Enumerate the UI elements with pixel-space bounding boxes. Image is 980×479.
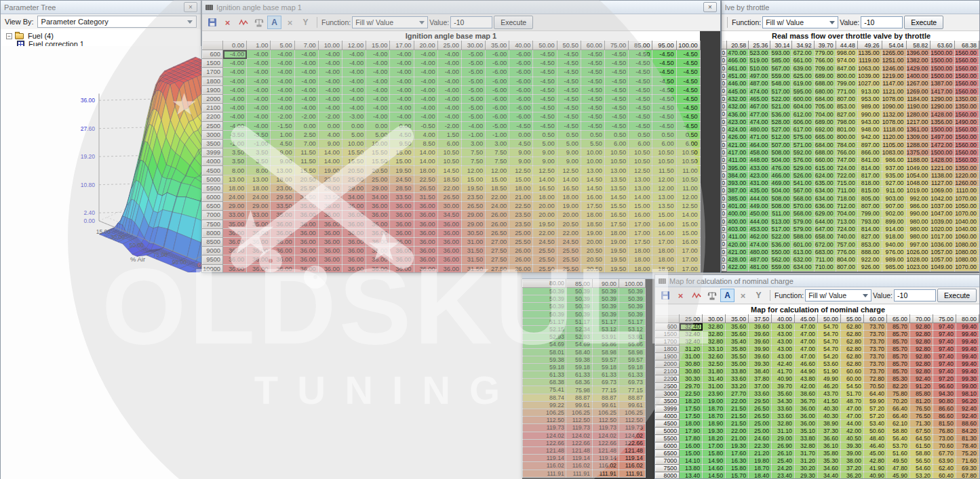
table-cell[interactable]: 29.50 bbox=[749, 398, 772, 405]
table-cell[interactable]: 30.80 bbox=[680, 360, 703, 368]
table-cell[interactable]: 97.40 bbox=[933, 331, 956, 338]
row-header[interactable]: 6000 bbox=[722, 164, 727, 171]
table-cell[interactable]: 615.00 bbox=[814, 164, 836, 171]
row-header[interactable]: 2500 bbox=[203, 121, 223, 130]
row-header[interactable]: 2100 bbox=[203, 104, 223, 112]
table-cell[interactable]: -4.50 bbox=[581, 121, 604, 130]
table-cell[interactable]: 10.50 bbox=[629, 157, 652, 166]
table-cell[interactable]: -4.50 bbox=[557, 50, 581, 59]
table-cell[interactable]: -4.00 bbox=[294, 94, 318, 103]
table-cell[interactable]: 9.00 bbox=[557, 148, 581, 157]
table-cell[interactable]: -4.00 bbox=[390, 94, 414, 103]
table-cell[interactable]: -4.00 bbox=[437, 85, 461, 94]
table-cell[interactable]: -4.50 bbox=[676, 50, 700, 59]
table-cell[interactable]: 59.18 bbox=[619, 363, 646, 371]
table-cell[interactable]: 99.22 bbox=[523, 401, 566, 409]
table-cell[interactable]: 17.60 bbox=[726, 450, 749, 457]
table-cell[interactable]: 1246.00 bbox=[882, 64, 906, 72]
table-cell[interactable]: 15.00 bbox=[390, 148, 414, 157]
table-cell[interactable]: 918.00 bbox=[882, 233, 906, 241]
table-cell[interactable]: 25.00 bbox=[749, 428, 772, 435]
table-cell[interactable]: -2.00 bbox=[437, 121, 461, 130]
table-cell[interactable]: 818.00 bbox=[857, 180, 882, 187]
table-cell[interactable]: 81.20 bbox=[909, 398, 933, 405]
table-cell[interactable]: 18.00 bbox=[680, 420, 703, 428]
table-cell[interactable]: 36.00 bbox=[342, 264, 366, 272]
row-header[interactable]: 2000 bbox=[722, 87, 727, 95]
table-cell[interactable]: 18.00 bbox=[629, 247, 652, 255]
table-cell[interactable]: -4.00 bbox=[271, 50, 294, 59]
table-cell[interactable]: 705.00 bbox=[814, 103, 836, 110]
table-cell[interactable]: 99.61 bbox=[593, 401, 619, 409]
table-cell[interactable]: 474.00 bbox=[749, 87, 770, 95]
table-cell[interactable]: 62.80 bbox=[840, 353, 863, 360]
table-cell[interactable]: 25.50 bbox=[557, 247, 581, 255]
table-cell[interactable]: -6.00 bbox=[486, 59, 509, 68]
table-cell[interactable]: 704.00 bbox=[836, 210, 857, 217]
table-cell[interactable]: 39.60 bbox=[749, 323, 772, 331]
table-cell[interactable]: 1049.00 bbox=[906, 164, 930, 171]
table-cell[interactable]: 1120.00 bbox=[882, 133, 906, 141]
table-cell[interactable]: 6.00 bbox=[605, 139, 629, 148]
table-cell[interactable]: 58.80 bbox=[909, 450, 933, 457]
table-cell[interactable]: 990.00 bbox=[906, 210, 930, 217]
table-cell[interactable]: 39.30 bbox=[840, 442, 863, 450]
table-cell[interactable]: 36.00 bbox=[271, 247, 294, 255]
table-cell[interactable]: 798.00 bbox=[836, 118, 857, 125]
row-header[interactable]: 10000 bbox=[722, 225, 727, 232]
table-cell[interactable]: 18.90 bbox=[703, 420, 726, 428]
table-cell[interactable]: 35.60 bbox=[726, 323, 749, 331]
table-cell[interactable]: 14.00 bbox=[533, 175, 557, 184]
table-cell[interactable]: 31.80 bbox=[703, 368, 726, 375]
table-cell[interactable]: 20.50 bbox=[557, 220, 581, 228]
table-cell[interactable]: 1147.00 bbox=[882, 80, 906, 87]
table-cell[interactable]: 1050.00 bbox=[955, 202, 979, 209]
table-cell[interactable]: 15.50 bbox=[342, 157, 366, 166]
table-cell[interactable]: 0.00 bbox=[318, 121, 342, 130]
table-cell[interactable]: 85.70 bbox=[886, 331, 909, 338]
col-header[interactable]: 44.48 bbox=[836, 41, 857, 49]
table-cell[interactable]: 853.00 bbox=[857, 241, 882, 248]
table-cell[interactable]: 13.00 bbox=[271, 166, 294, 175]
table-cell[interactable]: 30.80 bbox=[680, 368, 703, 375]
table-cell[interactable]: 5.00 bbox=[342, 130, 366, 139]
table-cell[interactable]: 69.73 bbox=[619, 379, 646, 386]
table-cell[interactable]: 52.15 bbox=[523, 325, 566, 333]
table-cell[interactable]: 36.00 bbox=[795, 405, 818, 413]
table-cell[interactable]: 30.50 bbox=[461, 228, 485, 237]
table-cell[interactable]: 724.00 bbox=[836, 225, 857, 232]
table-cell[interactable]: 75.41 bbox=[523, 386, 566, 394]
table-cell[interactable]: 32.40 bbox=[680, 338, 703, 346]
table-cell[interactable]: 21.20 bbox=[749, 450, 772, 457]
table-cell[interactable]: 1219.00 bbox=[882, 72, 906, 79]
table-cell[interactable]: 43.80 bbox=[795, 375, 818, 383]
table-cell[interactable]: 634.00 bbox=[814, 194, 836, 202]
table-cell[interactable]: 92.80 bbox=[909, 323, 933, 331]
table-cell[interactable]: 0.00 bbox=[509, 130, 533, 139]
row-header[interactable]: 7000 bbox=[656, 457, 680, 465]
table-cell[interactable]: 36.00 bbox=[318, 247, 342, 255]
table-cell[interactable]: 62.80 bbox=[840, 346, 863, 353]
table-cell[interactable]: 595.00 bbox=[792, 87, 814, 95]
row-header[interactable]: 3500 bbox=[203, 139, 223, 148]
table-cell[interactable]: 97.40 bbox=[933, 360, 956, 368]
table-cell[interactable]: -4.00 bbox=[390, 77, 414, 85]
table-cell[interactable]: 25.40 bbox=[772, 457, 795, 465]
table-cell[interactable]: 1280.00 bbox=[906, 110, 930, 118]
table-cell[interactable]: 36.00 bbox=[247, 255, 271, 264]
table-cell[interactable]: 86.60 bbox=[933, 405, 956, 413]
row-header[interactable]: 5500 bbox=[656, 435, 680, 442]
table-cell[interactable]: 612.00 bbox=[792, 110, 814, 118]
row-header[interactable]: 5500 bbox=[722, 157, 727, 164]
row-header[interactable]: 8000 bbox=[722, 194, 727, 202]
table-cell[interactable]: 119.73 bbox=[566, 424, 593, 432]
table-cell[interactable]: 43.00 bbox=[772, 346, 795, 353]
table-cell[interactable]: -4.00 bbox=[247, 94, 271, 103]
table-cell[interactable]: 1387.00 bbox=[930, 80, 955, 87]
table-cell[interactable]: -1.00 bbox=[486, 130, 509, 139]
table-cell[interactable]: 43.00 bbox=[772, 353, 795, 360]
table-cell[interactable]: 660.00 bbox=[814, 157, 836, 164]
table-cell[interactable]: 36.60 bbox=[818, 435, 841, 442]
table-cell[interactable]: 36.00 bbox=[366, 220, 390, 228]
table-cell[interactable]: 3.00 bbox=[461, 139, 485, 148]
